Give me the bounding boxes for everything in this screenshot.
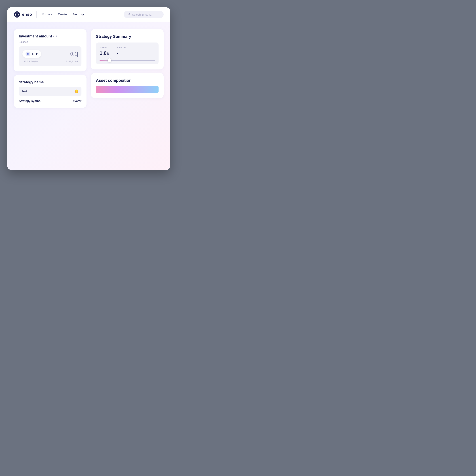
cursor	[77, 52, 78, 57]
amount-input[interactable]: 0.1	[70, 51, 78, 57]
slider-thumb[interactable]	[108, 58, 111, 62]
left-column: Investment amount i Balance	[14, 29, 87, 163]
token-input-area[interactable]: ETH 0.1 120.5 ETH (Max) $292,72.05	[19, 46, 81, 66]
asset-composition-title: Asset composition	[96, 78, 159, 83]
asset-composition-card: Asset composition	[91, 73, 164, 98]
search-bar[interactable]: Search ENS, a...	[124, 11, 164, 18]
enso-logo-icon	[14, 11, 20, 18]
summary-inner: Tokens 1.0% Total Yie -	[96, 42, 159, 64]
right-column: Strategy Summary Tokens 1.0% Total Yie -	[91, 29, 164, 163]
search-placeholder: Search ENS, a...	[132, 13, 152, 16]
asset-bar	[96, 86, 159, 93]
logo-area: Enso	[14, 11, 36, 18]
strategy-name-title: Strategy name	[19, 80, 81, 84]
svg-line-2	[129, 15, 130, 15]
avatar-label: Avatar	[72, 100, 81, 103]
strategy-symbol-avatar-row: Strategy symbol Avatar	[19, 100, 81, 103]
token-symbol: ETH	[32, 52, 38, 56]
strategy-name-input[interactable]: Test 😊	[19, 87, 81, 96]
max-label: 120.5 ETH (Max)	[22, 60, 40, 63]
investment-amount-card: Investment amount i Balance	[14, 29, 87, 71]
token-subrow: 120.5 ETH (Max) $292,72.05	[22, 60, 78, 63]
header: Enso Explore Create Security Search ENS,…	[7, 7, 170, 22]
slider-track[interactable]	[100, 60, 155, 61]
total-yield-value: -	[117, 50, 126, 56]
token-badge[interactable]: ETH	[22, 50, 41, 58]
summary-cols: Tokens 1.0% Total Yie -	[100, 46, 155, 56]
emoji-button[interactable]: 😊	[74, 89, 79, 93]
investment-card-title: Investment amount i	[19, 34, 81, 38]
app-window: Enso Explore Create Security Search ENS,…	[7, 7, 170, 170]
nav-security[interactable]: Security	[72, 13, 84, 16]
tokens-value: 1.0%	[100, 50, 109, 56]
token-row: ETH 0.1	[22, 50, 78, 58]
total-yield-col: Total Yie -	[117, 46, 126, 56]
eth-icon	[25, 51, 30, 56]
total-yield-label: Total Yie	[117, 46, 126, 49]
tokens-label: Tokens	[100, 46, 109, 49]
strategy-name-card: Strategy name Test 😊 Strategy symbol Ava…	[14, 75, 87, 108]
nav-explore[interactable]: Explore	[42, 13, 52, 16]
usd-value: $292,72.05	[66, 60, 78, 63]
svg-point-0	[14, 11, 20, 17]
nav-create[interactable]: Create	[58, 13, 67, 16]
main-content: Investment amount i Balance	[7, 22, 170, 170]
strategy-summary-card: Strategy Summary Tokens 1.0% Total Yie -	[91, 29, 164, 69]
search-icon	[127, 13, 130, 16]
nav-links: Explore Create Security	[42, 13, 118, 16]
strategy-name-value: Test	[22, 90, 27, 93]
strategy-symbol-label: Strategy symbol	[19, 100, 41, 103]
balance-label: Balance	[19, 40, 81, 43]
info-icon[interactable]: i	[53, 35, 57, 38]
logo-text: Enso	[22, 12, 32, 17]
strategy-summary-title: Strategy Summary	[96, 34, 159, 39]
tokens-col: Tokens 1.0%	[100, 46, 109, 56]
